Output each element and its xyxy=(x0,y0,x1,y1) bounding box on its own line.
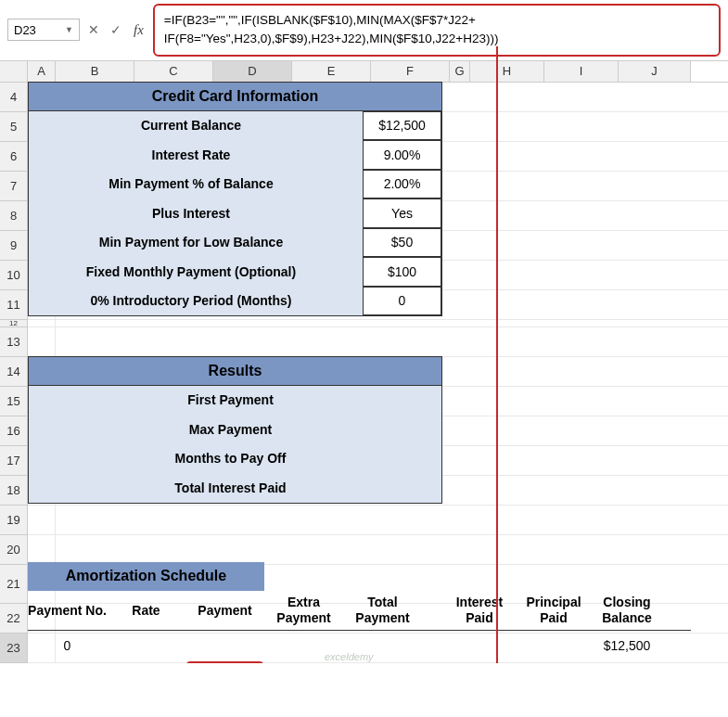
col-header-F[interactable]: F xyxy=(371,61,450,82)
info-label: Current Balance xyxy=(29,118,363,133)
row-header[interactable]: 4 xyxy=(0,83,28,112)
col-header-G[interactable]: G xyxy=(450,61,470,82)
row-header[interactable]: 18 xyxy=(0,476,28,506)
active-cell-highlight: 100 xyxy=(186,661,263,663)
payment-no-cell[interactable]: 0 xyxy=(28,638,107,653)
info-label: Interest Rate xyxy=(29,147,363,162)
formula-bar[interactable]: =IF(B23="","",IF(ISBLANK($F$10),MIN(MAX(… xyxy=(153,4,721,57)
col-header-I[interactable]: I xyxy=(544,61,619,82)
sched-header: Principal Paid xyxy=(517,595,591,626)
col-header-B[interactable]: B xyxy=(56,61,134,82)
sched-header: Total Payment xyxy=(343,595,422,626)
col-header-H[interactable]: H xyxy=(470,61,544,82)
fx-icon[interactable]: fx xyxy=(134,22,144,38)
select-all-corner[interactable] xyxy=(0,61,28,82)
amortization-title: Amortization Schedule xyxy=(28,562,264,591)
info-label: Plus Interest xyxy=(29,206,363,221)
sched-header: Payment No. xyxy=(28,603,107,619)
sched-header: Extra Payment xyxy=(264,595,343,626)
credit-card-info-section: Credit Card Information Current Balance$… xyxy=(28,82,442,317)
col-header-E[interactable]: E xyxy=(292,61,371,82)
info-value[interactable]: 2.00% xyxy=(363,170,441,199)
formula-text-1: =IF(B23="","",IF(ISBLANK($F$10),MIN(MAX(… xyxy=(164,13,476,27)
info-value[interactable]: $50 xyxy=(363,228,441,258)
row-header[interactable]: 12 xyxy=(0,320,28,327)
col-header-J[interactable]: J xyxy=(619,61,691,82)
info-value[interactable]: 0 xyxy=(363,287,441,316)
row-header[interactable]: 16 xyxy=(0,416,28,446)
row-header[interactable]: 15 xyxy=(0,387,28,416)
section-title: Credit Card Information xyxy=(29,83,441,111)
sched-header: Closing Balance xyxy=(591,595,663,626)
row-header[interactable]: 17 xyxy=(0,446,28,476)
info-label: Fixed Monthly Payment (Optional) xyxy=(29,264,363,279)
row-header[interactable]: 21 xyxy=(0,565,28,604)
row-header[interactable]: 10 xyxy=(0,261,28,290)
toolbar: D23 ▼ ✕ ✓ fx =IF(B23="","",IF(ISBLANK($F… xyxy=(0,0,728,61)
row-header[interactable]: 23 xyxy=(0,634,28,663)
schedule-row: 1 9.00% 100 93.75 xyxy=(28,660,691,663)
col-header-A[interactable]: A xyxy=(28,61,56,82)
info-value[interactable]: 9.00% xyxy=(363,140,441,170)
schedule-row: 0 $12,500 xyxy=(28,631,691,660)
info-label: Total Interest Paid xyxy=(29,480,441,495)
annotation-arrow xyxy=(496,46,498,663)
info-value[interactable]: $12,500 xyxy=(363,111,441,141)
name-box[interactable]: D23 ▼ xyxy=(7,19,80,41)
col-header-C[interactable]: C xyxy=(134,61,213,82)
row-header[interactable]: 6 xyxy=(0,142,28,172)
spreadsheet-grid: A B C D E F G H I J 4 5 6 7 8 9 10 11 12… xyxy=(0,61,728,663)
info-label: Min Payment for Low Balance xyxy=(29,235,363,250)
info-label: Months to Pay Off xyxy=(29,451,441,466)
info-value[interactable]: $100 xyxy=(363,257,441,287)
row-header[interactable]: 14 xyxy=(0,357,28,387)
results-section: Results First Payment Max Payment Months… xyxy=(28,356,442,504)
row-header[interactable]: 19 xyxy=(0,506,28,535)
row-header[interactable]: 20 xyxy=(0,535,28,565)
row-header[interactable]: 9 xyxy=(0,231,28,261)
chevron-down-icon[interactable]: ▼ xyxy=(65,25,73,34)
row-header[interactable]: 11 xyxy=(0,290,28,320)
schedule-headers: Payment No. Rate Payment Extra Payment T… xyxy=(28,592,691,631)
info-label: Max Payment xyxy=(29,422,441,437)
info-value[interactable]: Yes xyxy=(363,198,441,228)
row-header[interactable]: 13 xyxy=(0,327,28,357)
closing-balance-cell[interactable]: $12,500 xyxy=(591,638,663,653)
section-title: Results xyxy=(29,357,441,386)
info-label: Min Payment % of Balance xyxy=(29,176,363,191)
cancel-icon[interactable]: ✕ xyxy=(85,21,102,38)
row-header[interactable]: 8 xyxy=(0,201,28,231)
column-headers: A B C D E F G H I J xyxy=(0,61,728,83)
info-label: First Payment xyxy=(29,392,441,407)
accept-icon[interactable]: ✓ xyxy=(108,21,124,38)
sched-header: Payment xyxy=(185,603,264,619)
col-header-D[interactable]: D xyxy=(213,61,292,82)
row-header[interactable]: 7 xyxy=(0,172,28,201)
formula-text-2: IF(F8="Yes",H23,0),$F$9),H23+J22),MIN($F… xyxy=(164,32,499,45)
info-label: 0% Introductory Period (Months) xyxy=(29,293,363,308)
sched-header: Interest Paid xyxy=(442,595,517,626)
name-box-value: D23 xyxy=(14,23,36,37)
payment-cell-D23[interactable]: 100 xyxy=(185,661,264,663)
row-header[interactable]: 5 xyxy=(0,112,28,142)
sched-header: Rate xyxy=(107,603,185,619)
row-header[interactable]: 22 xyxy=(0,604,28,634)
